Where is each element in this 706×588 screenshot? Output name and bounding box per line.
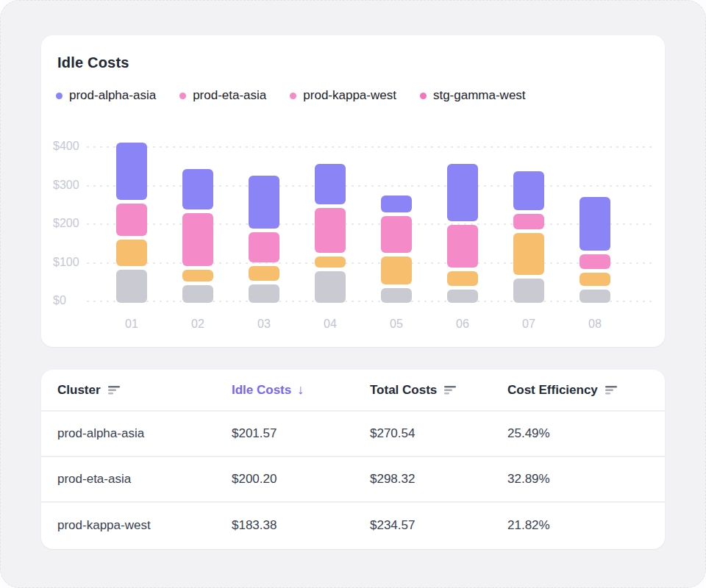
bar-segment-prod-eta-asia-01 (116, 204, 147, 236)
bar-segment-prod-eta-asia-07 (513, 214, 544, 229)
sort-icon (444, 385, 457, 395)
bar-segment-prod-eta-asia-04 (315, 208, 346, 252)
bar-segment-prod-alpha-asia-06 (447, 164, 478, 221)
bar-segment-prod-eta-asia-05 (381, 216, 412, 253)
cell-idle_costs: $183.38 (232, 518, 370, 533)
cell-cluster: prod-alpha-asia (57, 426, 232, 441)
cell-idle_costs: $201.57 (232, 426, 370, 441)
plot-area: $0$100$200$300$4000102030405060708 (41, 35, 665, 347)
sort-icon (108, 385, 121, 395)
bar-segment-prod-eta-asia-02 (182, 213, 213, 266)
y-axis-tick-label: $300 (53, 179, 79, 192)
bar-segment-stg-gamma-west-01 (116, 270, 147, 303)
bar-segment-prod-kappa-west-06 (447, 271, 478, 286)
bar-segment-prod-kappa-west-04 (315, 257, 346, 268)
table-body: prod-alpha-asia$201.57$270.5425.49%prod-… (41, 412, 665, 548)
column-header-total-costs[interactable]: Total Costs (370, 383, 507, 398)
bar-segment-prod-alpha-asia-02 (182, 169, 213, 209)
cell-total_costs: $234.57 (370, 518, 507, 533)
bar-segment-prod-kappa-west-07 (513, 233, 544, 275)
column-header-cost-efficiency[interactable]: Cost Efficiency (507, 383, 665, 398)
x-axis-tick-label: 02 (165, 318, 231, 331)
bar-segment-prod-alpha-asia-01 (116, 143, 147, 200)
bar-segment-prod-eta-asia-06 (447, 225, 478, 268)
column-header-label: Idle Costs (232, 383, 291, 398)
gridline-0 (87, 301, 653, 302)
y-axis-tick-label: $100 (53, 256, 79, 269)
bar-segment-prod-alpha-asia-03 (249, 176, 279, 229)
bar-segment-stg-gamma-west-05 (381, 288, 412, 303)
table-row-prod-kappa-west: prod-kappa-west$183.38$234.5721.82% (41, 503, 665, 548)
bar-segment-prod-alpha-asia-08 (580, 197, 610, 251)
cell-total_costs: $270.54 (370, 426, 507, 441)
bar-segment-prod-kappa-west-02 (182, 270, 213, 282)
bar-segment-prod-alpha-asia-04 (315, 164, 346, 204)
bar-segment-stg-gamma-west-06 (447, 290, 478, 303)
x-axis-tick-label: 05 (363, 318, 429, 331)
x-axis-tick-label: 08 (562, 318, 628, 331)
cell-cost_efficiency: 25.49% (507, 426, 665, 441)
table-header-row: ClusterIdle Costs↓Total CostsCost Effici… (41, 370, 665, 412)
cell-cluster: prod-eta-asia (57, 472, 232, 487)
bar-segment-stg-gamma-west-07 (513, 279, 544, 303)
column-header-cluster[interactable]: Cluster (57, 383, 232, 398)
idle-costs-chart-card: Idle Costs prod-alpha-asiaprod-eta-asiap… (41, 35, 665, 347)
cell-cost_efficiency: 21.82% (507, 518, 665, 533)
bar-segment-prod-alpha-asia-05 (381, 196, 412, 212)
gridline-200 (87, 223, 653, 225)
bar-segment-prod-kappa-west-03 (249, 266, 279, 281)
x-axis-tick-label: 04 (297, 318, 363, 331)
x-axis-tick-label: 03 (231, 318, 297, 331)
gridline-100 (87, 262, 653, 264)
table-row-prod-alpha-asia: prod-alpha-asia$201.57$270.5425.49% (41, 412, 665, 457)
sort-icon (605, 385, 618, 395)
gridline-300 (87, 185, 653, 187)
column-header-label: Cost Efficiency (507, 383, 598, 398)
bar-segment-prod-kappa-west-08 (580, 273, 610, 286)
cell-cost_efficiency: 32.89% (507, 472, 665, 487)
x-axis-tick-label: 01 (99, 318, 165, 331)
bar-segment-prod-kappa-west-01 (116, 240, 147, 266)
x-axis-tick-label: 06 (429, 318, 496, 331)
bar-segment-stg-gamma-west-04 (315, 271, 346, 303)
bar-segment-prod-eta-asia-03 (249, 232, 279, 262)
gridline-400 (87, 146, 653, 148)
clusters-table-card: ClusterIdle Costs↓Total CostsCost Effici… (41, 370, 665, 549)
bar-segment-stg-gamma-west-02 (182, 285, 213, 303)
y-axis-tick-label: $400 (53, 140, 79, 153)
cell-total_costs: $298.32 (370, 472, 507, 487)
bar-segment-prod-kappa-west-05 (381, 257, 412, 284)
bar-segment-stg-gamma-west-03 (249, 284, 279, 303)
y-axis-tick-label: $200 (53, 217, 79, 230)
x-axis-tick-label: 07 (496, 318, 562, 331)
bar-segment-prod-eta-asia-08 (580, 254, 610, 269)
column-header-label: Cluster (57, 383, 101, 398)
table-row-prod-eta-asia: prod-eta-asia$200.20$298.3232.89% (41, 457, 665, 503)
sort-direction-down-icon: ↓ (297, 382, 304, 398)
column-header-label: Total Costs (370, 383, 437, 398)
bar-segment-stg-gamma-west-08 (580, 290, 610, 303)
cell-cluster: prod-kappa-west (57, 518, 232, 533)
y-axis-tick-label: $0 (53, 294, 66, 307)
column-header-idle-costs[interactable]: Idle Costs↓ (232, 382, 370, 398)
bar-segment-prod-alpha-asia-07 (513, 171, 544, 210)
cell-idle_costs: $200.20 (232, 472, 370, 487)
screen: Idle Costs prod-alpha-asiaprod-eta-asiap… (0, 0, 706, 588)
